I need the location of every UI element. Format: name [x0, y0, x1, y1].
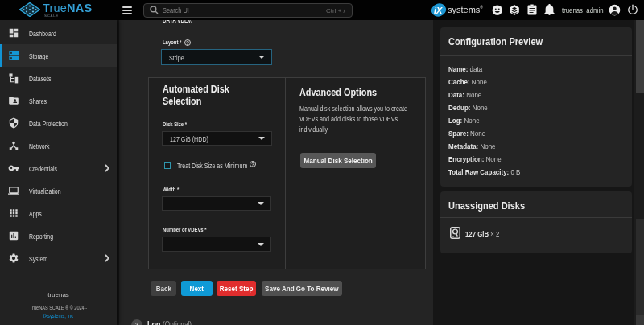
svg-text:iX: iX	[434, 6, 443, 15]
